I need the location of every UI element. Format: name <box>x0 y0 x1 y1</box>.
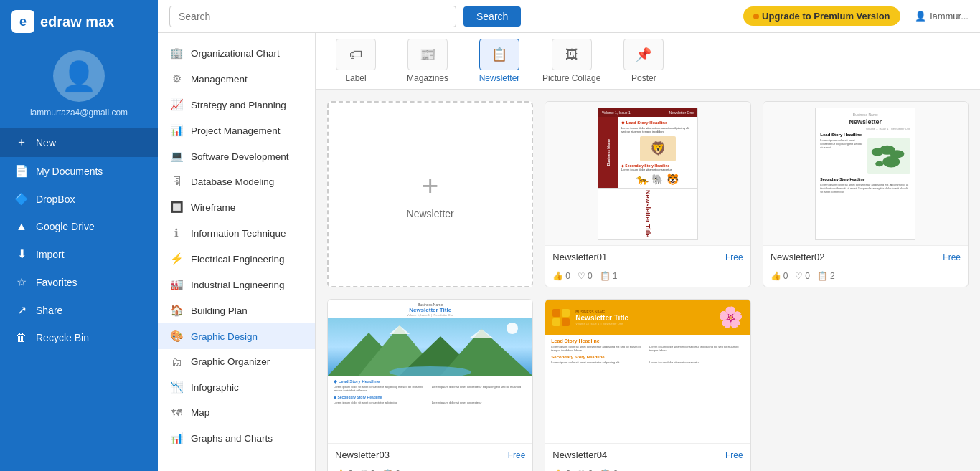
sidebar-item-favorites[interactable]: ☆ Favorites <box>0 268 158 296</box>
category-newsletter[interactable]: 📋 Newsletter <box>471 39 528 83</box>
template-name-nl02: Newsletter02 <box>771 252 825 262</box>
hearts-nl02: ♡ 0 <box>795 271 810 281</box>
search-input[interactable] <box>169 6 456 27</box>
logo-icon: e <box>11 10 34 33</box>
sidebar-item-share[interactable]: ↗ Share <box>0 296 158 324</box>
category-label[interactable]: 🏷 Label <box>327 39 385 83</box>
my-documents-icon: 📄 <box>14 164 29 178</box>
mid-nav-label-graphs-charts: Graphs and Charts <box>191 433 273 444</box>
sidebar-item-my-documents[interactable]: 📄 My Documents <box>0 157 158 185</box>
sidebar-item-recycle-bin[interactable]: 🗑 Recycle Bin <box>0 324 158 351</box>
mid-nav-item-information-technique[interactable]: ℹ Information Technique <box>158 220 315 246</box>
category-magazines[interactable]: 📰 Magazines <box>399 39 456 83</box>
mid-nav-item-organizational-chart[interactable]: 🏢 Organizational Chart <box>158 40 315 66</box>
mid-nav-item-infographic[interactable]: 📉 Infographic <box>158 374 315 400</box>
category-scroll: 🏷 Label 📰 Magazines 📋 Newsletter 🖼 Pictu… <box>316 33 980 90</box>
template-footer-nl01: Newsletter01 Free <box>545 245 750 268</box>
strategy-planning-nav-icon: 📈 <box>169 98 184 111</box>
mid-nav-label-strategy-planning: Strategy and Planning <box>191 100 286 110</box>
template-preview-nl02: Business Name Newsletter Volume 1, Issue… <box>763 102 968 245</box>
sidebar-label-google-drive: Google Drive <box>36 221 95 232</box>
picture-collage-cat-icon: 🖼 <box>552 39 592 70</box>
template-stats-nl02: 👍 0 ♡ 0 📋 2 <box>763 268 968 287</box>
mid-nav-item-graphic-design[interactable]: 🎨 Graphic Design <box>158 323 315 349</box>
new-template-content: + Newsletter <box>407 170 454 219</box>
import-icon: ⬇ <box>14 247 29 261</box>
svg-point-4 <box>875 161 883 167</box>
template-footer-nl02: Newsletter02 Free <box>763 245 968 268</box>
mid-nav-item-management[interactable]: ⚙ Management <box>158 66 315 92</box>
mid-nav-label-organizational-chart: Organizational Chart <box>191 48 280 59</box>
magazines-cat-label: Magazines <box>407 73 448 83</box>
sidebar-label-my-documents: My Documents <box>36 166 103 177</box>
template-free-nl02: Free <box>943 252 961 262</box>
mid-nav-item-building-plan[interactable]: 🏠 Building Plan <box>158 298 315 323</box>
template-card-newsletter-blue[interactable]: Business Name Newsletter Title Volume 1,… <box>327 299 533 471</box>
mid-nav-label-graphic-design: Graphic Design <box>191 331 258 342</box>
newsletter-cat-label: Newsletter <box>479 73 520 83</box>
graphic-design-nav-icon: 🎨 <box>169 330 184 343</box>
sidebar-label-import: Import <box>36 249 65 260</box>
mid-nav-label-map: Map <box>191 407 209 418</box>
mid-nav-label-graphic-organizer: Graphic Organizer <box>191 356 270 367</box>
sidebar-navigation: ＋ New 📄 My Documents 🔷 DropBox ▲ Google … <box>0 128 158 351</box>
mid-nav: 🏢 Organizational Chart ⚙ Management 📈 St… <box>158 33 316 471</box>
mid-nav-label-management: Management <box>191 74 248 85</box>
picture-collage-cat-label: Picture Collage <box>542 73 600 83</box>
mid-nav-item-strategy-planning[interactable]: 📈 Strategy and Planning <box>158 92 315 118</box>
sidebar-item-new[interactable]: ＋ New <box>0 128 158 157</box>
app-logo: e edraw max <box>0 0 158 43</box>
sidebar-label-dropbox: DropBox <box>36 194 75 205</box>
new-template-label: Newsletter <box>407 208 454 219</box>
avatar: 👤 <box>53 50 105 102</box>
content-area: 🏷 Label 📰 Magazines 📋 Newsletter 🖼 Pictu… <box>316 33 980 471</box>
template-footer-orange: Newsletter04 Free <box>545 443 750 466</box>
management-nav-icon: ⚙ <box>169 72 184 85</box>
mid-nav-item-industrial-engineering[interactable]: 🏭 Industrial Engineering <box>158 272 315 298</box>
dropbox-icon: 🔷 <box>14 192 29 206</box>
likes-nl02: 👍 0 <box>771 271 788 281</box>
infographic-nav-icon: 📉 <box>169 381 184 394</box>
sidebar-item-import[interactable]: ⬇ Import <box>0 240 158 268</box>
mid-nav-item-software-development[interactable]: 💻 Software Development <box>158 143 315 169</box>
mid-nav-item-map[interactable]: 🗺 Map <box>158 400 315 425</box>
category-list: 🏷 Label 📰 Magazines 📋 Newsletter 🖼 Pictu… <box>327 39 672 83</box>
sidebar-item-dropbox[interactable]: 🔷 DropBox <box>0 185 158 213</box>
app-name: edraw max <box>40 14 114 30</box>
mid-nav-item-database-modeling[interactable]: 🗄 Database Modeling <box>158 169 315 194</box>
category-picture-collage[interactable]: 🖼 Picture Collage <box>542 39 600 83</box>
upgrade-dot-icon <box>753 14 759 19</box>
template-stats-blue: 👍 0 ♡ 0 📋 0 <box>328 466 532 471</box>
category-poster[interactable]: 📌 Poster <box>615 39 672 83</box>
share-icon: ↗ <box>14 303 29 317</box>
mid-nav-item-project-management[interactable]: 📊 Project Management <box>158 118 315 143</box>
mid-nav-label-database-modeling: Database Modeling <box>191 176 274 187</box>
magazines-cat-icon: 📰 <box>407 39 448 70</box>
mid-nav-item-electrical-engineering[interactable]: ⚡ Electrical Engineering <box>158 246 315 272</box>
mid-nav-label-building-plan: Building Plan <box>191 305 248 316</box>
template-card-newsletter-orange[interactable]: BUSINESS NAME Newsletter Title Volume 1 … <box>545 299 750 471</box>
upgrade-button[interactable]: Upgrade to Premium Version <box>743 6 900 26</box>
graphs-charts-nav-icon: 📊 <box>169 432 184 444</box>
mid-nav-item-graphic-organizer[interactable]: 🗂 Graphic Organizer <box>158 349 315 374</box>
template-card-newsletter01[interactable]: Volume 1, Issue 1Newsletter One Business… <box>545 101 750 287</box>
template-preview-orange: BUSINESS NAME Newsletter Title Volume 1 … <box>545 300 750 443</box>
template-preview-nl01: Volume 1, Issue 1Newsletter One Business… <box>545 102 750 245</box>
mid-nav-item-wireframe[interactable]: 🔲 Wireframe <box>158 194 315 220</box>
search-button[interactable]: Search <box>463 6 521 27</box>
label-cat-label: Label <box>345 73 366 83</box>
hearts-nl01: ♡ 0 <box>578 271 593 281</box>
template-card-newsletter02[interactable]: Business Name Newsletter Volume 1, Issue… <box>763 101 969 287</box>
graphic-organizer-nav-icon: 🗂 <box>169 356 184 368</box>
mid-nav-item-graphs-charts[interactable]: 📊 Graphs and Charts <box>158 425 315 451</box>
database-modeling-nav-icon: 🗄 <box>169 176 184 188</box>
sidebar-item-google-drive[interactable]: ▲ Google Drive <box>0 213 158 240</box>
likes-nl01: 👍 0 <box>552 271 570 281</box>
topbar: Search Upgrade to Premium Version 👤 iamm… <box>158 0 980 33</box>
mid-nav-label-software-development: Software Development <box>191 151 289 162</box>
new-template-card[interactable]: + Newsletter <box>327 101 533 287</box>
user-menu[interactable]: 👤 iammur... <box>915 11 969 22</box>
user-profile-area: 👤 iammurtaza4@gmail.com <box>0 43 158 128</box>
template-name-nl01: Newsletter01 <box>552 252 607 262</box>
template-name-orange: Newsletter04 <box>552 449 607 460</box>
